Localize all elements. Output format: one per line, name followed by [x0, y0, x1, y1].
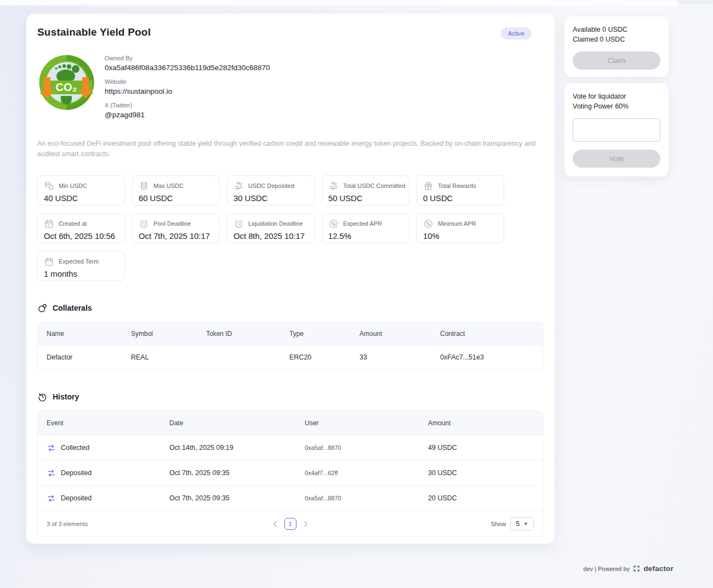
collaterals-section-header: Collaterals — [37, 303, 543, 313]
stat-value: 50 USDC — [328, 194, 403, 203]
stat-label: Created at — [59, 220, 87, 227]
calendar-icon — [44, 219, 54, 229]
event-user: 0x4af7...62ff — [296, 470, 419, 476]
twitter-label: X (Twitter) — [105, 102, 270, 109]
event-label: Deposited — [61, 469, 92, 477]
column-header: User — [296, 419, 419, 427]
event-user: 0xa5af...8870 — [296, 495, 419, 501]
stat-label: Liquidation Deadline — [248, 220, 303, 227]
event-cell: Deposited — [38, 469, 161, 478]
stat-card-pool-deadline: Pool Deadline Oct 7th, 2025 10:17 — [132, 213, 220, 243]
percent-badge-icon — [423, 219, 433, 229]
history-table: Event Date User Amount Collected Oct 14t… — [37, 410, 543, 537]
column-header: Event — [38, 419, 161, 427]
coins-icon — [44, 181, 54, 191]
transfer-arrows-icon — [47, 469, 56, 478]
top-right-widget — [677, 0, 713, 5]
stat-card-min-usdc: Min USDC 40 USDC — [37, 175, 125, 205]
stat-label: Min USDC — [59, 182, 87, 189]
collateral-name: Defactor — [38, 353, 122, 361]
transfer-arrows-icon — [47, 443, 56, 453]
stat-value: Oct 7th, 2025 10:17 — [139, 232, 213, 241]
gift-icon — [423, 181, 433, 191]
stat-card-total-rewards: Total Rewards 0 USDC — [417, 175, 504, 205]
page-number-button[interactable]: 1 — [284, 518, 296, 530]
collateral-symbol: REAL — [122, 353, 197, 361]
section-title: Collaterals — [53, 304, 92, 312]
table-row: Deposited Oct 7th, 2025 09:35 0xa5af...8… — [38, 486, 543, 511]
stat-label: Max USDC — [153, 182, 184, 189]
collaterals-coins-icon — [37, 303, 48, 313]
column-header: Amount — [351, 330, 431, 338]
pagination-summary: 3 of 3 elements — [47, 521, 88, 527]
pager: 1 — [271, 518, 310, 530]
table-row: Collected Oct 14th, 2025 09:19 0xa5af...… — [38, 435, 543, 460]
page-size-dropdown[interactable]: 5 ▼ — [510, 517, 534, 530]
page-title: Sustainable Yield Pool — [37, 26, 151, 38]
footer: dev | Powered by defactor — [583, 564, 674, 573]
profile-row: CO₂ Owned By 0xa5af486f08a336725336b119d… — [37, 53, 543, 125]
stat-label: USDC Deposited — [248, 182, 294, 189]
stats-grid: Min USDC 40 USDC Max USDC 60 USDC USDC D… — [37, 175, 543, 281]
event-amount: 20 USDC — [419, 494, 543, 502]
stat-card-max-usdc: Max USDC 60 USDC — [132, 175, 220, 205]
profile-info: Owned By 0xa5af486f08a336725336b119d5e28… — [105, 53, 270, 125]
collaterals-table: Name Symbol Token ID Type Amount Contrac… — [37, 322, 543, 370]
pool-description: An eco-focused DeFi investment pool offe… — [37, 139, 543, 160]
history-table-header: Event Date User Amount — [38, 411, 543, 435]
table-row: Defactor REAL ERC20 33 0xFAc7...51e3 — [38, 345, 543, 369]
collateral-type: ERC20 — [281, 353, 351, 361]
column-header: Contract — [431, 330, 543, 338]
vote-button[interactable]: Vote — [573, 150, 660, 168]
stat-value: 10% — [423, 232, 498, 241]
stat-value: 60 USDC — [139, 194, 213, 203]
event-cell: Collected — [38, 443, 161, 453]
transfer-arrows-icon — [47, 494, 56, 503]
pool-logo-image: CO₂ — [37, 53, 96, 112]
page-size-control: Show 5 ▼ — [491, 517, 534, 530]
stat-value: 40 USDC — [44, 194, 118, 203]
top-bar — [0, 0, 713, 5]
vote-input[interactable] — [573, 118, 660, 142]
event-label: Collected — [61, 444, 89, 452]
table-row: Deposited Oct 7th, 2025 09:35 0x4af7...6… — [38, 460, 543, 486]
stat-label: Expected APR — [343, 220, 382, 227]
defactor-logo-icon — [632, 564, 641, 573]
event-user: 0xa5af...8870 — [296, 444, 419, 451]
twitter-handle[interactable]: @pzagd981 — [105, 111, 270, 119]
section-title: History — [53, 392, 79, 401]
title-row: Sustainable Yield Pool Active — [37, 26, 543, 39]
stat-value: 1 months — [44, 270, 118, 278]
hand-coins-icon — [233, 181, 244, 191]
stat-label: Pool Deadline — [153, 220, 191, 227]
svg-text:CO₂: CO₂ — [56, 81, 77, 93]
chevron-down-icon: ▼ — [523, 521, 528, 527]
show-label: Show — [491, 521, 506, 527]
event-date: Oct 14th, 2025 09:19 — [161, 444, 296, 452]
event-label: Deposited — [61, 494, 92, 502]
claimed-amount: Claimed 0 USDC — [573, 35, 660, 44]
available-amount: Available 0 USDC — [573, 25, 660, 35]
website-link[interactable]: https://sustainpool.io — [105, 87, 270, 95]
stat-label: Total Rewards — [438, 182, 476, 189]
collateral-contract: 0xFAc7...51e3 — [431, 353, 543, 361]
hand-coins-icon — [328, 181, 339, 191]
claim-button[interactable]: Claim — [573, 52, 660, 70]
stat-card-created-at: Created at Oct 6th, 2025 10:56 — [37, 213, 125, 243]
calendar-icon — [44, 256, 54, 267]
alarm-clock-icon — [233, 219, 244, 229]
coins-icon — [139, 181, 149, 191]
stat-card-usdc-deposited: USDC Deposited 30 USDC — [227, 175, 315, 205]
column-header: Name — [38, 330, 122, 338]
stat-value: 30 USDC — [233, 194, 308, 203]
chevron-right-icon[interactable] — [301, 520, 310, 528]
owner-address: 0xa5af486f08a336725336b119d5e282fd30c688… — [105, 64, 270, 72]
website-label: Website — [105, 78, 270, 85]
vote-panel: Vote for liquidator Voting Power 60% Vot… — [564, 83, 669, 176]
stat-value: 12.5% — [328, 232, 403, 241]
voting-power: Voting Power 60% — [573, 101, 660, 111]
chevron-left-icon[interactable] — [271, 520, 280, 528]
stat-value: Oct 6th, 2025 10:56 — [44, 232, 118, 241]
stat-label: Expected Term — [59, 258, 99, 265]
stat-label: Total USDC Committed — [343, 182, 406, 189]
